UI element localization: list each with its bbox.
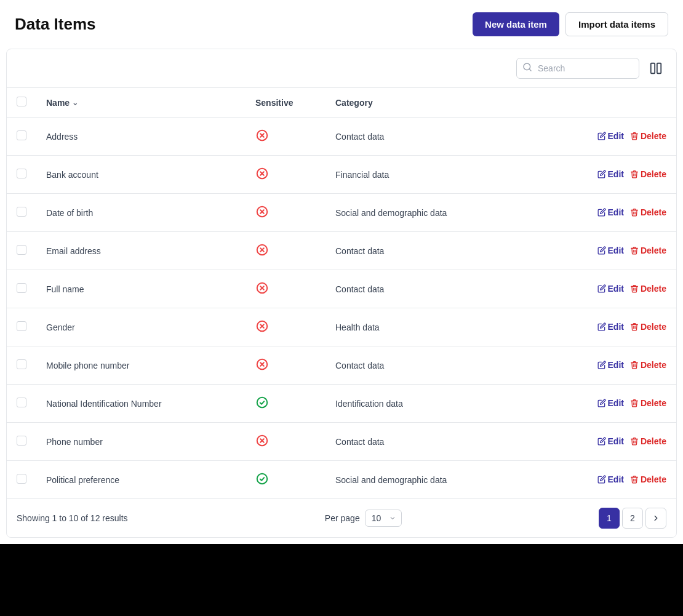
row-actions: EditDelete [578, 461, 676, 499]
row-checkbox[interactable] [17, 283, 26, 293]
row-checkbox-cell [7, 423, 36, 461]
edit-button[interactable]: Edit [597, 360, 624, 370]
row-checkbox-cell [7, 461, 36, 499]
row-checkbox[interactable] [17, 436, 26, 446]
delete-button[interactable]: Delete [630, 436, 666, 446]
edit-icon [597, 475, 606, 484]
new-data-item-button[interactable]: New data item [473, 12, 559, 36]
row-name: Email address [36, 232, 246, 270]
delete-button[interactable]: Delete [630, 169, 666, 179]
per-page-select[interactable]: 102550100 [365, 510, 402, 527]
row-checkbox[interactable] [17, 245, 26, 255]
row-name: Date of birth [36, 194, 246, 232]
edit-icon [597, 132, 606, 140]
row-checkbox-cell [7, 346, 36, 385]
table-body: Address Contact dataEditDeleteBank accou… [7, 118, 676, 499]
edit-icon [597, 246, 606, 255]
edit-button[interactable]: Edit [597, 246, 624, 255]
edit-button[interactable]: Edit [597, 284, 624, 294]
per-page-group: Per page 102550100 [325, 510, 402, 527]
import-data-items-button[interactable]: Import data items [565, 12, 668, 36]
edit-icon [597, 399, 606, 407]
row-checkbox-cell [7, 156, 36, 194]
row-sensitive [246, 156, 326, 194]
row-actions: EditDelete [578, 423, 676, 461]
trash-icon [630, 208, 639, 217]
page-title: Data Items [15, 15, 96, 34]
row-checkbox[interactable] [17, 474, 26, 484]
trash-icon [630, 475, 639, 484]
row-checkbox[interactable] [17, 398, 26, 407]
delete-button[interactable]: Delete [630, 474, 666, 484]
row-checkbox[interactable] [17, 321, 26, 331]
table-row: National Identification Number Identific… [7, 385, 676, 423]
trash-icon [630, 322, 639, 331]
row-actions: EditDelete [578, 308, 676, 346]
row-name: Address [36, 118, 246, 156]
header-checkbox-cell [7, 88, 36, 118]
table-row: Political preference Social and demograp… [7, 461, 676, 499]
svg-point-29 [257, 474, 268, 484]
page-button-1[interactable]: 1 [599, 508, 620, 529]
edit-button[interactable]: Edit [597, 474, 624, 484]
delete-button[interactable]: Delete [630, 322, 666, 332]
showing-results-text: Showing 1 to 10 of 12 results [17, 513, 128, 523]
select-all-checkbox[interactable] [17, 97, 26, 106]
row-name: Full name [36, 270, 246, 308]
row-sensitive [246, 308, 326, 346]
bottom-black-area [0, 544, 683, 616]
delete-button[interactable]: Delete [630, 246, 666, 255]
row-checkbox[interactable] [17, 359, 26, 369]
row-sensitive [246, 385, 326, 423]
row-checkbox-cell [7, 270, 36, 308]
edit-icon [597, 284, 606, 293]
edit-button[interactable]: Edit [597, 398, 624, 408]
row-checkbox[interactable] [17, 207, 26, 217]
header-actions: New data item Import data items [473, 12, 668, 36]
row-sensitive [246, 270, 326, 308]
row-checkbox[interactable] [17, 169, 26, 178]
row-name: Bank account [36, 156, 246, 194]
delete-button[interactable]: Delete [630, 284, 666, 294]
edit-icon [597, 361, 606, 369]
trash-icon [630, 132, 639, 140]
column-header-category: Category [326, 88, 578, 118]
row-category: Financial data [326, 156, 578, 194]
row-actions: EditDelete [578, 232, 676, 270]
table-header-row: Name ⌄ Sensitive Category [7, 88, 676, 118]
svg-rect-3 [657, 63, 661, 74]
name-sort-button[interactable]: Name ⌄ [46, 98, 78, 108]
next-page-button[interactable] [645, 508, 666, 529]
delete-button[interactable]: Delete [630, 207, 666, 217]
search-input[interactable] [516, 58, 639, 79]
delete-button[interactable]: Delete [630, 131, 666, 141]
delete-button[interactable]: Delete [630, 398, 666, 408]
edit-button[interactable]: Edit [597, 131, 624, 141]
column-header-name: Name ⌄ [36, 88, 246, 118]
edit-button[interactable]: Edit [597, 436, 624, 446]
row-sensitive [246, 346, 326, 385]
edit-button[interactable]: Edit [597, 322, 624, 332]
sensitive-x-icon [255, 434, 269, 447]
edit-icon [597, 437, 606, 446]
trash-icon [630, 361, 639, 369]
row-actions: EditDelete [578, 346, 676, 385]
data-items-table: Name ⌄ Sensitive Category Address Contac… [7, 88, 676, 498]
row-checkbox[interactable] [17, 130, 26, 140]
column-header-actions [578, 88, 676, 118]
row-actions: EditDelete [578, 156, 676, 194]
edit-button[interactable]: Edit [597, 169, 624, 179]
columns-toggle-button[interactable] [645, 58, 666, 79]
edit-button[interactable]: Edit [597, 207, 624, 217]
row-sensitive [246, 232, 326, 270]
pagination: 12 [599, 508, 666, 529]
row-checkbox-cell [7, 194, 36, 232]
table-row: Phone number Contact dataEditDelete [7, 423, 676, 461]
sensitive-x-icon [255, 129, 269, 142]
sensitive-x-icon [255, 281, 269, 295]
page-button-2[interactable]: 2 [622, 508, 643, 529]
edit-icon [597, 208, 606, 217]
row-sensitive [246, 461, 326, 499]
delete-button[interactable]: Delete [630, 360, 666, 370]
row-actions: EditDelete [578, 385, 676, 423]
